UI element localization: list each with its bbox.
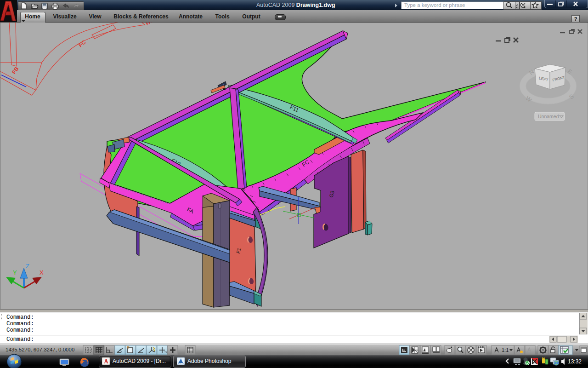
svg-text:Z: Z: [26, 263, 29, 270]
svg-text:Unnamed: Unnamed: [538, 114, 559, 119]
svg-text:S: S: [568, 93, 575, 101]
svg-text:X: X: [40, 269, 44, 276]
svg-text:Y: Y: [13, 269, 17, 276]
svg-text:FA: FA: [145, 22, 153, 26]
svg-text:1:1: 1:1: [502, 347, 509, 353]
svg-text:FB: FB: [11, 65, 20, 75]
